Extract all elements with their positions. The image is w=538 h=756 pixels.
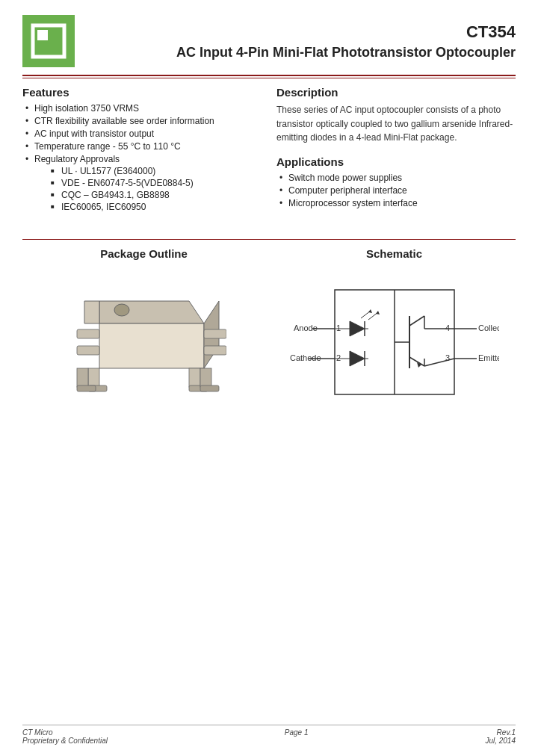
page-number: Page 1	[285, 728, 309, 745]
page: CT354 AC Input 4-Pin Mini-Flat Phototran…	[0, 0, 538, 756]
svg-rect-15	[200, 368, 211, 387]
svg-marker-3	[99, 323, 204, 368]
company-logo	[22, 15, 75, 67]
svg-text:4: 4	[445, 323, 450, 332]
section-divider	[22, 239, 516, 240]
header-text: CT354 AC Input 4-Pin Mini-Flat Phototran…	[90, 22, 516, 61]
schematic-drawing: 1 Anode 2 Cathode 4 Collector 3 Emitter	[273, 267, 516, 417]
svg-text:Emitter: Emitter	[478, 353, 499, 362]
svg-line-49	[409, 316, 424, 326]
feature-item: Temperature range - 55 °C to 110 °C	[22, 141, 262, 152]
main-content: Features High isolation 3750 VRMS CTR fl…	[22, 86, 516, 217]
application-item: Computer peripheral interface	[276, 185, 516, 196]
svg-rect-7	[77, 329, 99, 338]
svg-rect-17	[77, 368, 88, 387]
approval-item: UL · UL1577 (E364000)	[49, 166, 262, 176]
svg-marker-33	[350, 321, 365, 336]
part-title: AC Input 4-Pin Mini-Flat Phototransistor…	[90, 45, 516, 61]
features-title: Features	[22, 86, 262, 99]
svg-rect-16	[200, 385, 219, 391]
company-name: CT Micro	[22, 728, 108, 737]
header-divider-thin	[22, 78, 516, 78]
feature-item: High isolation 3750 VRMS	[22, 103, 262, 114]
svg-rect-10	[204, 346, 226, 355]
svg-rect-8	[77, 346, 99, 355]
schematic-section: Schematic 1 Anode 2 Cathode 4	[273, 247, 516, 417]
approval-item: VDE - EN60747-5-5(VDE0884-5)	[49, 178, 262, 188]
approval-item: CQC – GB4943.1, GB8898	[49, 190, 262, 200]
package-svg	[62, 271, 226, 413]
feature-item: AC input with transistor output	[22, 128, 262, 139]
svg-rect-13	[189, 368, 200, 387]
revision: Rev.1	[485, 728, 516, 737]
description-body: These series of AC input optocoupler con…	[276, 103, 516, 145]
application-item: Microprocessor system interface	[276, 198, 516, 208]
schematic-svg: 1 Anode 2 Cathode 4 Collector 3 Emitter	[290, 275, 499, 409]
applications-list: Switch mode power supplies Computer peri…	[276, 173, 516, 208]
svg-rect-1	[37, 30, 48, 40]
footer: CT Micro Proprietary & Confidential Page…	[22, 725, 516, 745]
package-outline-title: Package Outline	[22, 247, 265, 260]
svg-text:Anode: Anode	[294, 323, 318, 332]
date: Jul, 2014	[485, 737, 516, 745]
footer-left: CT Micro Proprietary & Confidential	[22, 728, 108, 745]
description-title: Description	[276, 86, 516, 99]
features-section: Features High isolation 3750 VRMS CTR fl…	[22, 86, 262, 217]
svg-line-54	[424, 359, 454, 366]
svg-line-52	[409, 357, 424, 366]
approval-item: IEC60065, IEC60950	[49, 202, 262, 212]
svg-text:Cathode: Cathode	[290, 353, 321, 362]
svg-rect-11	[88, 368, 99, 387]
svg-text:Collector: Collector	[478, 323, 499, 332]
description-section: Description These series of AC input opt…	[276, 86, 516, 217]
svg-text:2: 2	[336, 353, 341, 362]
svg-marker-37	[350, 351, 365, 366]
package-outline-section: Package Outline	[22, 247, 265, 417]
applications-title: Applications	[276, 155, 516, 168]
svg-marker-5	[84, 301, 99, 323]
header-divider-thick	[22, 75, 516, 76]
confidential-label: Proprietary & Confidential	[22, 737, 108, 745]
sub-approvals-list: UL · UL1577 (E364000) VDE - EN60747-5-5(…	[49, 166, 262, 212]
svg-rect-9	[204, 329, 226, 338]
footer-right: Rev.1 Jul, 2014	[485, 728, 516, 745]
features-list: High isolation 3750 VRMS CTR flexibility…	[22, 103, 262, 212]
header: CT354 AC Input 4-Pin Mini-Flat Phototran…	[22, 15, 516, 67]
schematic-title: Schematic	[273, 247, 516, 260]
part-number: CT354	[90, 22, 516, 42]
footer-row: CT Micro Proprietary & Confidential Page…	[22, 728, 516, 745]
application-item: Switch mode power supplies	[276, 173, 516, 183]
bottom-content: Package Outline	[22, 247, 516, 417]
svg-point-6	[114, 304, 129, 316]
svg-rect-18	[77, 385, 96, 391]
svg-text:1: 1	[336, 323, 341, 332]
feature-item: CTR flexibility available see order info…	[22, 116, 262, 126]
feature-item: Regulatory Approvals UL · UL1577 (E36400…	[22, 154, 262, 212]
footer-divider	[22, 725, 516, 725]
package-drawing	[22, 267, 265, 417]
